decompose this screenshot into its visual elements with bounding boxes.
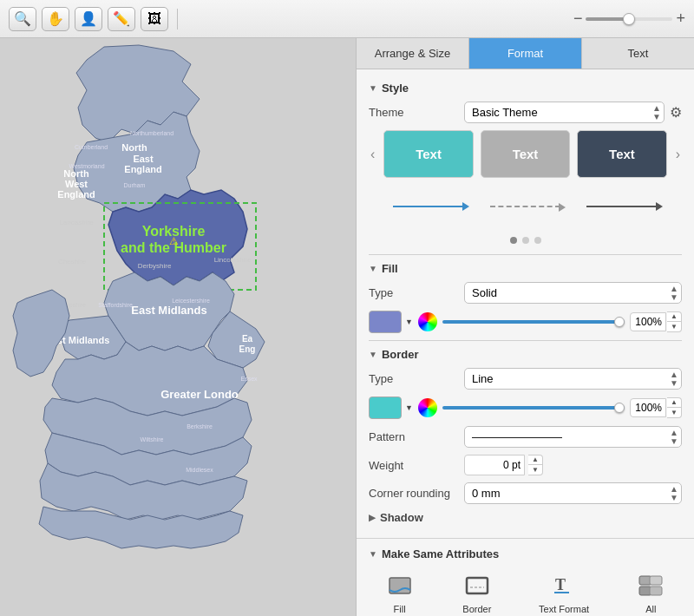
svg-text:Lincolnshire: Lincolnshire xyxy=(214,256,252,264)
border-type-select[interactable]: Line xyxy=(464,368,682,390)
stamp-tool-button[interactable]: 🖼 xyxy=(141,7,168,31)
border-type-dropdown-wrapper: Line ▲▼ xyxy=(464,368,682,390)
svg-text:Middlesex: Middlesex xyxy=(186,467,213,473)
fill-section-header: ▼ Fill xyxy=(369,262,682,275)
pan-tool-button[interactable]: ✋ xyxy=(42,7,69,31)
make-same-all[interactable]: All xyxy=(635,569,666,614)
tab-arrange-size[interactable]: Arrange & Size xyxy=(357,38,469,69)
border-section-arrow[interactable]: ▼ xyxy=(369,350,377,359)
border-weight-input[interactable] xyxy=(464,455,525,475)
fill-color-dropdown-arrow[interactable]: ▼ xyxy=(405,318,413,326)
make-same-arrow[interactable]: ▼ xyxy=(369,549,377,559)
dot-2[interactable] xyxy=(534,237,541,244)
corner-rounding-select[interactable]: 0 mm xyxy=(464,482,682,504)
svg-text:⚠: ⚠ xyxy=(169,235,179,247)
svg-text:Cheshire: Cheshire xyxy=(58,258,87,265)
border-opacity-down[interactable]: ▼ xyxy=(667,408,681,417)
corner-rounding-control: 0 mm ▲▼ xyxy=(464,482,682,504)
theme-control: Basic Theme ▲▼ ⚙ xyxy=(464,102,682,123)
style-swatch-0[interactable]: Text xyxy=(383,130,473,178)
theme-label: Theme xyxy=(369,106,464,119)
arrow-swatch-dark[interactable] xyxy=(577,185,666,228)
search-tool-button[interactable]: 🔍 xyxy=(9,7,36,31)
fill-opacity-slider[interactable] xyxy=(442,320,625,324)
fill-type-dropdown-wrapper: Solid ▲▼ xyxy=(464,282,682,304)
fill-opacity-value[interactable] xyxy=(630,312,666,331)
make-same-border[interactable]: Border xyxy=(462,569,493,614)
svg-text:Wiltshire: Wiltshire xyxy=(141,436,164,442)
svg-text:Ea: Ea xyxy=(242,334,253,344)
arrow-swatch-dashed[interactable] xyxy=(481,185,570,228)
zoom-out-button[interactable]: − xyxy=(573,10,583,28)
fill-opacity-stepper: ▲ ▼ xyxy=(667,311,682,332)
dot-0[interactable] xyxy=(510,237,517,244)
make-same-all-icon xyxy=(635,569,666,600)
style-section-arrow[interactable]: ▼ xyxy=(369,83,377,93)
dot-1[interactable] xyxy=(522,237,529,244)
border-pattern-control: ———————— ▲▼ xyxy=(464,426,682,448)
border-weight-row: Weight ▲ ▼ xyxy=(369,455,682,475)
arrow-swatch-solid[interactable] xyxy=(383,185,473,228)
fill-opacity-down[interactable]: ▼ xyxy=(667,322,681,331)
border-pattern-row: Pattern ———————— ▲▼ xyxy=(369,426,682,448)
canvas-area[interactable]: North East England North West England No… xyxy=(0,38,356,616)
border-color-dropdown-arrow[interactable]: ▼ xyxy=(405,403,413,412)
svg-text:Lancashire: Lancashire xyxy=(59,219,94,226)
svg-text:Greater Londo: Greater Londo xyxy=(160,388,239,401)
fill-section-arrow[interactable]: ▼ xyxy=(369,264,377,273)
border-pattern-select[interactable]: ———————— xyxy=(464,426,682,448)
border-color-swatch[interactable] xyxy=(369,396,402,419)
zoom-slider[interactable] xyxy=(586,17,672,21)
border-pattern-label: Pattern xyxy=(369,430,464,443)
border-opacity-value[interactable] xyxy=(630,398,666,417)
border-color-wheel-button[interactable] xyxy=(418,398,437,417)
border-weight-up[interactable]: ▲ xyxy=(528,455,542,465)
map-canvas: North East England North West England No… xyxy=(0,38,356,616)
border-opacity-up[interactable]: ▲ xyxy=(667,398,681,408)
style-section-header: ▼ Style xyxy=(369,82,682,95)
swatch-prev-button[interactable]: ‹ xyxy=(369,147,376,162)
toolbar: 🔍 ✋ 👤 ✏️ 🖼 − + xyxy=(0,0,694,38)
fill-type-row: Type Solid ▲▼ xyxy=(369,282,682,304)
border-opacity-slider[interactable] xyxy=(442,406,625,410)
make-same-text-format-icon: T xyxy=(548,569,579,600)
make-same-text-format[interactable]: T Text Format xyxy=(539,569,589,614)
fill-type-select[interactable]: Solid xyxy=(464,282,682,304)
tab-text[interactable]: Text xyxy=(582,38,694,69)
make-same-border-label: Border xyxy=(462,604,491,614)
select-tool-button[interactable]: 👤 xyxy=(75,7,102,31)
gear-icon[interactable]: ⚙ xyxy=(670,104,682,121)
svg-text:East Midlands: East Midlands xyxy=(131,304,206,317)
border-color-row: ▼ ▲ ▼ xyxy=(369,396,682,419)
border-type-control: Line ▲▼ xyxy=(464,368,682,390)
make-same-fill[interactable]: Fill xyxy=(384,569,416,614)
swatch-next-button[interactable]: › xyxy=(674,147,682,162)
fill-opacity-up[interactable]: ▲ xyxy=(667,312,681,322)
shadow-section-arrow[interactable]: ▶ xyxy=(369,513,376,522)
pen-tool-button[interactable]: ✏️ xyxy=(108,7,135,31)
shadow-section-header[interactable]: ▶ Shadow xyxy=(369,511,682,524)
border-opacity-slider-row: ▲ ▼ xyxy=(442,397,682,418)
make-same-title: Make Same Attributes xyxy=(382,547,499,560)
fill-color-swatch[interactable] xyxy=(369,311,402,333)
svg-text:Staffordshire: Staffordshire xyxy=(98,302,133,308)
fill-color-wheel-button[interactable] xyxy=(418,312,437,331)
fill-opacity-slider-row: ▲ ▼ xyxy=(442,311,682,332)
svg-text:England: England xyxy=(57,189,95,200)
make-same-fill-label: Fill xyxy=(394,604,406,614)
tab-format[interactable]: Format xyxy=(469,38,582,69)
svg-rect-37 xyxy=(650,576,662,585)
zoom-in-button[interactable]: + xyxy=(676,10,685,28)
border-section-header: ▼ Border xyxy=(369,348,682,361)
right-panel: Arrange & Size Format Text ▼ Style Theme… xyxy=(356,38,694,616)
style-swatch-1[interactable]: Text xyxy=(481,130,570,178)
svg-text:Berkshire: Berkshire xyxy=(187,423,213,429)
style-swatch-2[interactable]: Text xyxy=(577,130,666,178)
make-same-all-label: All xyxy=(645,604,656,614)
style-swatches: ‹ Text Text Text › xyxy=(369,130,682,178)
divider-2 xyxy=(369,340,682,341)
border-weight-wrapper: ▲ ▼ xyxy=(464,455,543,475)
theme-select[interactable]: Basic Theme xyxy=(464,102,665,123)
corner-rounding-wrapper: 0 mm ▲▼ xyxy=(464,482,682,504)
border-weight-down[interactable]: ▼ xyxy=(528,465,542,475)
